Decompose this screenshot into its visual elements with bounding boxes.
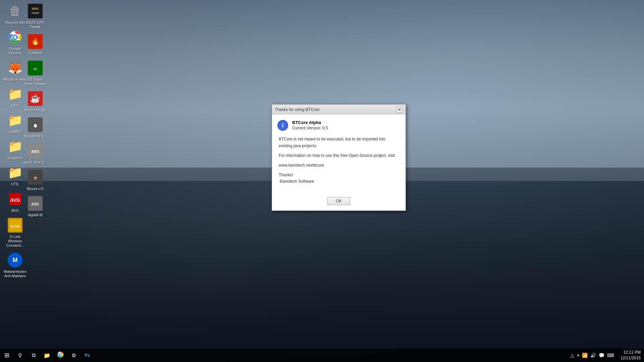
taskbar: ⊞ ⚲ ⧉ 📁 (0, 349, 644, 362)
goodtimes-icon: ABG (27, 143, 43, 159)
file-explorer-icon: 📁 (44, 352, 50, 359)
svg-text:📄: 📄 (34, 124, 38, 128)
asus-label: ASUS GPU Tweak (23, 20, 47, 29)
dialog-close-button[interactable]: ✕ (396, 106, 403, 113)
svg-text:☕: ☕ (30, 94, 40, 103)
desktop-icon-btcore-jar[interactable]: ☕ Btcore Dn.jar (22, 89, 49, 114)
avg-icon: AVG (7, 191, 23, 207)
dialog-signature: -Banotech Software (279, 179, 314, 184)
util-label: UTIL (11, 182, 19, 186)
dialog-app-info: BTCore Alpha Current Version: 0.5 (292, 120, 328, 130)
digitallttf-icon: AЭC (27, 195, 43, 212)
task-view-button[interactable]: ⧉ (27, 349, 40, 362)
chrome-taskbar-button[interactable] (54, 349, 67, 362)
btcore-jar-label: Btcore Dn.jar (24, 108, 46, 112)
svg-text:AVG: AVG (10, 197, 20, 203)
svg-text:GPU: GPU (32, 7, 39, 10)
dialog-header-row: i BTCore Alpha Current Version: 0.5 (277, 120, 400, 131)
desktop-icon-digitallttf[interactable]: AЭC digitall.ttf (22, 194, 49, 219)
recycle-bin-icon: 🗑 (7, 3, 23, 19)
3dvision-label: 3D Vision Photo Viewer (23, 77, 47, 86)
dev-folder-icon: 📁 (7, 86, 23, 102)
svg-text:M: M (13, 257, 18, 263)
graphics-folder-icon: 📁 (7, 138, 23, 155)
clock-time: 12:11 PM (621, 350, 641, 355)
svg-text:📦: 📦 (34, 176, 38, 180)
svg-text:Tweak: Tweak (31, 11, 39, 14)
task-view-icon: ⧉ (32, 352, 36, 358)
desktop-icon-btcore-v5[interactable]: 📦 Btcore-v.5 (22, 168, 49, 192)
dialog-version: Current Version: 0.5 (292, 126, 328, 130)
util-folder-icon: 📁 (7, 165, 23, 181)
boulderites-label: BoulderIte s... (24, 134, 47, 138)
dialog-line-1: BTCore is not meant to be executed, but … (279, 136, 399, 149)
system-tray: △ ■ 📶 🔊 💬 ⌨ (567, 353, 617, 358)
furmark-label: FurMark (29, 51, 42, 55)
tray-gpu[interactable]: ■ (577, 353, 579, 358)
svg-text:🔥: 🔥 (31, 37, 40, 45)
tray-chevron[interactable]: △ (571, 353, 574, 358)
search-button[interactable]: ⚲ (13, 349, 27, 362)
svg-text:ABG: ABG (31, 149, 39, 154)
3dvision-icon: 3D (27, 60, 43, 76)
start-icon: ⊞ (4, 352, 9, 359)
dlink-label: D-Link Wireless Connecti... (3, 235, 27, 248)
dialog-line-2: For information on how to use this free … (279, 153, 399, 159)
chrome-taskbar-icon (57, 351, 64, 359)
desktop-icon-asus[interactable]: GPU Tweak ASUS GPU Tweak (22, 2, 49, 31)
settings-icon: ⚙ (71, 352, 76, 359)
dialog-title: Thanks for using BTCore (275, 107, 319, 112)
settings-taskbar-button[interactable]: ⚙ (67, 349, 80, 362)
search-icon: ⚲ (18, 352, 22, 359)
goodtimes-label: good_time s... (23, 160, 47, 165)
file-explorer-button[interactable]: 📁 (40, 349, 54, 362)
tray-msg[interactable]: 💬 (599, 353, 604, 358)
btcore-v5-icon: 📦 (27, 169, 43, 185)
digitallttf-label: digitall.ttf (28, 213, 42, 217)
btcore-jar-icon: ☕ (27, 90, 43, 107)
dialog-line-4: Thanks!-Banotech Software (279, 172, 399, 185)
start-button[interactable]: ⊞ (0, 349, 13, 362)
taskbar-clock[interactable]: 12:11 PM 12/11/2015 (617, 350, 644, 361)
dialog-footer: OK (272, 194, 406, 210)
svg-point-3 (14, 36, 16, 39)
tray-volume[interactable]: 🔊 (590, 353, 596, 358)
dialog-content: BTCore is not meant to be executed, but … (277, 136, 400, 185)
btcore-v5-label: Btcore-v.5 (27, 187, 43, 191)
desktop-icon-goodtimes[interactable]: ABG good_time s... (22, 141, 49, 166)
tray-network[interactable]: 📶 (582, 353, 588, 358)
desktop-icon-malwarebytes[interactable]: M Malwarebytes Anti-Malware (2, 251, 29, 280)
furmark-icon: 🔥 (27, 34, 43, 50)
btcore-dialog: Thanks for using BTCore ✕ i BTCore Alpha… (272, 104, 406, 210)
dlink-icon: D-Link (7, 217, 23, 233)
dialog-body: i BTCore Alpha Current Version: 0.5 BTCo… (272, 115, 406, 193)
avg-label: AVG (11, 208, 19, 213)
malwarebytes-label: Malwarebytes Anti-Malware (3, 269, 27, 278)
desktop-icon-furmark[interactable]: 🔥 FurMark (22, 32, 49, 57)
asus-icon: GPU Tweak (27, 3, 43, 19)
games-folder-icon: 📁 (7, 112, 23, 128)
svg-text:3D: 3D (33, 67, 37, 71)
photoshop-icon: Ps (85, 353, 90, 358)
graphics-label: Graphics (8, 156, 22, 160)
chrome-icon (7, 29, 23, 45)
desktop-icon-dlink[interactable]: D-Link D-Link Wireless Connecti... (2, 216, 29, 249)
firefox-icon: 🦊 (7, 60, 23, 76)
svg-rect-11 (28, 4, 43, 18)
svg-point-31 (60, 354, 61, 355)
boulderites-icon: 📄 (27, 117, 43, 133)
clock-date: 12/11/2015 (621, 355, 641, 361)
dialog-titlebar: Thanks for using BTCore ✕ (272, 105, 406, 115)
svg-text:D-Link: D-Link (10, 225, 20, 228)
svg-text:AЭC: AЭC (31, 202, 39, 206)
desktop-icon-3dvision[interactable]: 3D 3D Vision Photo Viewer (22, 59, 49, 87)
games-label: GAMES (8, 130, 22, 134)
desktop: 🗑 Recycle Bin Google Chrome 🦊 (0, 0, 644, 362)
dev-label: DEV (11, 104, 19, 108)
desktop-icon-boulderites[interactable]: 📄 BoulderIte s... (22, 115, 49, 140)
dialog-info-icon: i (277, 120, 288, 131)
tray-keyboard[interactable]: ⌨ (607, 353, 614, 358)
dialog-app-name: BTCore Alpha (292, 120, 328, 125)
photoshop-taskbar-button[interactable]: Ps (80, 349, 94, 362)
dialog-ok-button[interactable]: OK (327, 197, 350, 205)
